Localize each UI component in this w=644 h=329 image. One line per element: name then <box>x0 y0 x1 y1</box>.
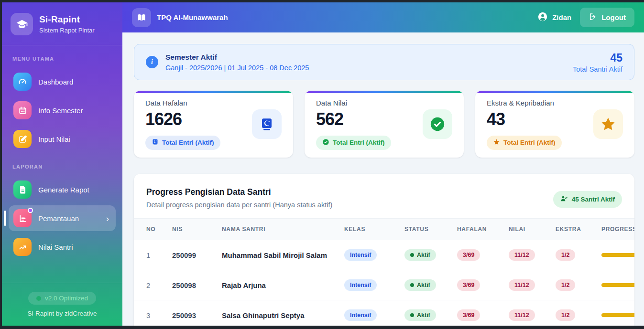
progress-subtitle: Detail progress pengisian data per santr… <box>146 201 332 209</box>
ekstra-badge: 1/2 <box>556 279 575 291</box>
hafalan-badge: 3/69 <box>457 309 480 321</box>
page-content: i Semester Aktif Ganjil - 2025/2026 | 01… <box>122 32 644 326</box>
santri-table: NO NIS NAMA SANTRI KELAS STATUS HAFALAN … <box>134 218 634 326</box>
sidebar-item-input-nilai[interactable]: Input Nilai <box>9 126 116 152</box>
santri-aktif-label: 45 Santri Aktif <box>572 196 615 203</box>
status-label: Aktif <box>417 252 430 258</box>
table-row[interactable]: 3 250093 Salsa Ghinaputri Septya Intensi… <box>134 300 634 326</box>
status-dot-icon <box>36 296 41 301</box>
col-nama: NAMA SANTRI <box>217 219 339 240</box>
app-window: Si-Rapint Sistem Rapot Pintar MENU UTAMA… <box>2 2 644 326</box>
star-icon <box>493 138 500 147</box>
col-no: NO <box>134 219 167 240</box>
sidebar-item-label: Nilai Santri <box>38 243 73 251</box>
section-label-laporan: LAPORAN <box>2 153 122 175</box>
calendar-icon <box>13 101 32 119</box>
status-dot-icon <box>410 313 414 317</box>
status-label: Aktif <box>417 282 430 288</box>
user-chip[interactable]: Zidan <box>537 11 571 23</box>
progress-card: Progress Pengisian Data Santri Detail pr… <box>134 174 634 326</box>
book-open-icon <box>132 8 151 27</box>
row-nis: 250098 <box>167 270 217 300</box>
quran-icon <box>152 138 159 147</box>
credit-text: Si-Rapint by zidCreative <box>10 310 115 317</box>
santri-table-scroll[interactable]: NO NIS NAMA SANTRI KELAS STATUS HAFALAN … <box>134 218 634 326</box>
bar-chart-icon <box>13 209 32 227</box>
person-check-icon <box>560 195 568 204</box>
sidebar-footer: v2.0 Optimized Si-Rapint by zidCreative <box>2 283 122 326</box>
sidebar-item-label: Dashboard <box>38 78 73 86</box>
total-santri-label: Total Santri Aktif <box>573 65 622 73</box>
main-area: TPQ Al-Munawwarah Zidan Logout <box>122 2 644 326</box>
notification-dot <box>28 208 33 213</box>
logout-icon <box>589 12 597 22</box>
stat-label: Ekstra & Kepribadian <box>487 99 593 107</box>
stat-badge-label: Total Entri (Aktif) <box>333 139 385 146</box>
sidebar-item-dashboard[interactable]: Dashboard <box>9 69 116 95</box>
nilai-badge: 11/12 <box>509 309 535 321</box>
version-badge: v2.0 Optimized <box>28 292 96 305</box>
status-badge: Aktif <box>404 279 436 291</box>
gauge-icon <box>13 73 32 91</box>
progress-bar <box>601 253 634 257</box>
graduation-cap-icon <box>11 13 33 35</box>
sidebar-item-generate-rapot[interactable]: Generate Rapot <box>9 177 116 202</box>
stat-badge: Total Entri (Aktif) <box>145 136 220 150</box>
semester-detail: Ganjil - 2025/2026 | 01 Jul 2025 - 08 De… <box>165 64 309 72</box>
row-nis: 250093 <box>167 300 217 326</box>
app-tagline: Sistem Rapot Pintar <box>39 27 95 34</box>
row-no: 2 <box>134 270 167 300</box>
stat-badge: Total Entri (Aktif) <box>316 136 391 150</box>
row-no: 3 <box>134 300 167 326</box>
app-name: Si-Rapint <box>39 14 95 25</box>
kelas-badge: Intensif <box>344 309 377 321</box>
table-row[interactable]: 1 250099 Muhammad Sabil Mirojil Salam In… <box>134 240 634 270</box>
hafalan-badge: 3/69 <box>457 279 480 291</box>
col-kelas: KELAS <box>339 219 400 240</box>
col-status: STATUS <box>400 219 452 240</box>
logout-button[interactable]: Logout <box>580 8 634 27</box>
sidebar-item-nilai-santri[interactable]: Nilai Santri <box>9 234 116 260</box>
stat-value: 1626 <box>145 109 252 129</box>
stats-row: Data Hafalan 1626 Total Entri (Aktif) <box>134 91 634 158</box>
stat-value: 562 <box>316 109 423 129</box>
stat-label: Data Hafalan <box>145 99 252 107</box>
sidebar-item-label: Pemantauan <box>38 214 79 223</box>
table-row[interactable]: 2 250098 Rajab Arjuna Intensif Aktif 3/6… <box>134 270 634 300</box>
table-header-row: NO NIS NAMA SANTRI KELAS STATUS HAFALAN … <box>134 219 634 240</box>
nilai-badge: 11/12 <box>509 249 535 261</box>
star-icon <box>593 109 623 139</box>
sidebar-item-info-semester[interactable]: Info Semester <box>9 97 116 123</box>
user-name: Zidan <box>552 13 571 21</box>
row-no: 1 <box>134 240 167 270</box>
check-circle-icon <box>423 109 452 139</box>
user-circle-icon <box>537 11 548 23</box>
status-dot-icon <box>410 283 414 287</box>
col-nis: NIS <box>167 219 217 240</box>
progress-bar <box>601 283 634 287</box>
nilai-badge: 11/12 <box>509 279 535 291</box>
semester-title: Semester Aktif <box>165 53 309 62</box>
col-nilai: NILAI <box>504 219 551 240</box>
progress-bar <box>601 313 634 317</box>
sidebar-brand: Si-Rapint Sistem Rapot Pintar <box>2 2 122 45</box>
logout-label: Logout <box>601 13 626 21</box>
status-dot-icon <box>410 253 414 257</box>
semester-banner: i Semester Aktif Ganjil - 2025/2026 | 01… <box>134 44 634 80</box>
topbar: TPQ Al-Munawwarah Zidan Logout <box>122 2 644 32</box>
stat-badge-label: Total Entri (Aktif) <box>162 139 214 146</box>
check-circle-icon <box>322 138 329 147</box>
status-label: Aktif <box>417 312 430 318</box>
sidebar-item-label: Generate Rapot <box>38 186 89 194</box>
school-name: TPQ Al-Munawwarah <box>157 13 228 21</box>
sidebar-item-pemantauan[interactable]: Pemantauan › <box>9 205 116 231</box>
stat-card-nilai: Data Nilai 562 Total Entri (Aktif) <box>305 91 464 158</box>
chevron-right-icon: › <box>106 214 111 223</box>
col-progress: PROGRESS <box>597 219 634 240</box>
ekstra-badge: 1/2 <box>556 249 575 261</box>
stat-value: 43 <box>487 109 593 129</box>
sidebar-item-label: Info Semester <box>38 106 83 115</box>
info-icon: i <box>146 56 158 68</box>
total-santri-value: 45 <box>573 52 622 64</box>
edit-icon <box>13 130 32 148</box>
